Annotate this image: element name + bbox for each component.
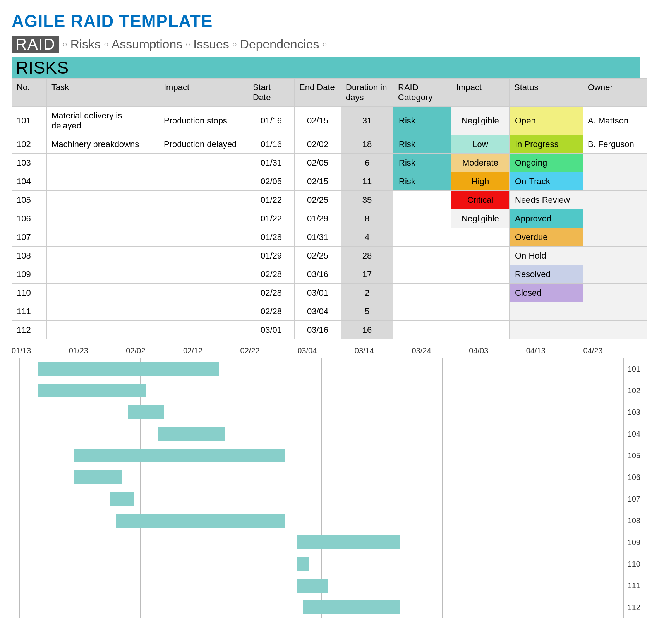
- table-cell[interactable]: Critical: [451, 191, 510, 209]
- table-cell[interactable]: Ongoing: [510, 154, 583, 172]
- table-cell[interactable]: 6: [341, 154, 393, 172]
- table-cell[interactable]: [159, 209, 248, 228]
- table-cell[interactable]: 03/01: [248, 321, 295, 339]
- table-cell[interactable]: High: [451, 172, 510, 191]
- table-cell[interactable]: [583, 321, 647, 339]
- table-cell[interactable]: [510, 302, 583, 321]
- table-cell[interactable]: [47, 209, 159, 228]
- table-cell[interactable]: 02/28: [248, 265, 295, 284]
- table-cell[interactable]: [451, 247, 510, 265]
- table-cell[interactable]: [583, 284, 647, 302]
- table-cell[interactable]: [583, 247, 647, 265]
- table-cell[interactable]: 107: [12, 228, 47, 247]
- table-cell[interactable]: 109: [12, 265, 47, 284]
- table-cell[interactable]: 03/16: [295, 321, 341, 339]
- table-cell[interactable]: [583, 172, 647, 191]
- table-cell[interactable]: [583, 191, 647, 209]
- table-cell[interactable]: 01/22: [248, 209, 295, 228]
- table-cell[interactable]: [159, 265, 248, 284]
- table-cell[interactable]: [47, 284, 159, 302]
- table-cell[interactable]: 17: [341, 265, 393, 284]
- table-cell[interactable]: 01/16: [248, 135, 295, 154]
- table-cell[interactable]: [47, 191, 159, 209]
- table-cell[interactable]: 02/05: [248, 172, 295, 191]
- table-cell[interactable]: [159, 284, 248, 302]
- table-cell[interactable]: [47, 321, 159, 339]
- table-cell[interactable]: 8: [341, 209, 393, 228]
- table-cell[interactable]: 03/04: [295, 302, 341, 321]
- table-cell[interactable]: 02/25: [295, 191, 341, 209]
- table-cell[interactable]: [451, 302, 510, 321]
- table-cell[interactable]: 01/31: [248, 154, 295, 172]
- table-cell[interactable]: 01/31: [295, 228, 341, 247]
- table-cell[interactable]: [583, 154, 647, 172]
- table-cell[interactable]: [159, 321, 248, 339]
- table-cell[interactable]: 02/15: [295, 172, 341, 191]
- table-cell[interactable]: 110: [12, 284, 47, 302]
- table-cell[interactable]: [159, 172, 248, 191]
- table-cell[interactable]: Risk: [393, 107, 451, 135]
- table-cell[interactable]: 106: [12, 209, 47, 228]
- table-cell[interactable]: 16: [341, 321, 393, 339]
- table-cell[interactable]: Negligible: [451, 107, 510, 135]
- table-cell[interactable]: 01/28: [248, 228, 295, 247]
- table-cell[interactable]: 18: [341, 135, 393, 154]
- table-cell[interactable]: Moderate: [451, 154, 510, 172]
- table-cell[interactable]: [47, 265, 159, 284]
- table-cell[interactable]: [47, 228, 159, 247]
- table-cell[interactable]: Risk: [393, 135, 451, 154]
- table-cell[interactable]: Negligible: [451, 209, 510, 228]
- table-cell[interactable]: [159, 302, 248, 321]
- table-cell[interactable]: [583, 228, 647, 247]
- table-cell[interactable]: [393, 247, 451, 265]
- table-cell[interactable]: Closed: [510, 284, 583, 302]
- table-cell[interactable]: 01/29: [248, 247, 295, 265]
- table-cell[interactable]: 2: [341, 284, 393, 302]
- table-cell[interactable]: 02/05: [295, 154, 341, 172]
- table-cell[interactable]: [451, 265, 510, 284]
- table-cell[interactable]: Production delayed: [159, 135, 248, 154]
- table-cell[interactable]: [583, 302, 647, 321]
- table-cell[interactable]: Resolved: [510, 265, 583, 284]
- table-cell[interactable]: A. Mattson: [583, 107, 647, 135]
- table-cell[interactable]: 03/01: [295, 284, 341, 302]
- table-cell[interactable]: 102: [12, 135, 47, 154]
- table-cell[interactable]: Needs Review: [510, 191, 583, 209]
- table-cell[interactable]: [583, 209, 647, 228]
- table-cell[interactable]: [451, 228, 510, 247]
- table-cell[interactable]: On Hold: [510, 247, 583, 265]
- table-cell[interactable]: [159, 247, 248, 265]
- table-cell[interactable]: 108: [12, 247, 47, 265]
- table-cell[interactable]: [510, 321, 583, 339]
- table-cell[interactable]: 01/22: [248, 191, 295, 209]
- table-cell[interactable]: [159, 228, 248, 247]
- table-cell[interactable]: [159, 191, 248, 209]
- table-cell[interactable]: 104: [12, 172, 47, 191]
- table-cell[interactable]: 28: [341, 247, 393, 265]
- table-cell[interactable]: [393, 302, 451, 321]
- table-cell[interactable]: 02/28: [248, 302, 295, 321]
- table-cell[interactable]: [393, 265, 451, 284]
- table-cell[interactable]: 11: [341, 172, 393, 191]
- table-cell[interactable]: [47, 247, 159, 265]
- table-cell[interactable]: 35: [341, 191, 393, 209]
- table-cell[interactable]: 111: [12, 302, 47, 321]
- table-cell[interactable]: [393, 321, 451, 339]
- table-cell[interactable]: Risk: [393, 172, 451, 191]
- table-cell[interactable]: Overdue: [510, 228, 583, 247]
- table-cell[interactable]: 31: [341, 107, 393, 135]
- table-cell[interactable]: In Progress: [510, 135, 583, 154]
- table-cell[interactable]: Open: [510, 107, 583, 135]
- table-cell[interactable]: 02/28: [248, 284, 295, 302]
- table-cell[interactable]: 4: [341, 228, 393, 247]
- table-cell[interactable]: 02/15: [295, 107, 341, 135]
- table-cell[interactable]: [47, 154, 159, 172]
- table-cell[interactable]: 103: [12, 154, 47, 172]
- table-cell[interactable]: 105: [12, 191, 47, 209]
- table-cell[interactable]: 02/02: [295, 135, 341, 154]
- table-cell[interactable]: Machinery breakdowns: [47, 135, 159, 154]
- table-cell[interactable]: Low: [451, 135, 510, 154]
- table-cell[interactable]: [393, 284, 451, 302]
- table-cell[interactable]: B. Ferguson: [583, 135, 647, 154]
- table-cell[interactable]: 03/16: [295, 265, 341, 284]
